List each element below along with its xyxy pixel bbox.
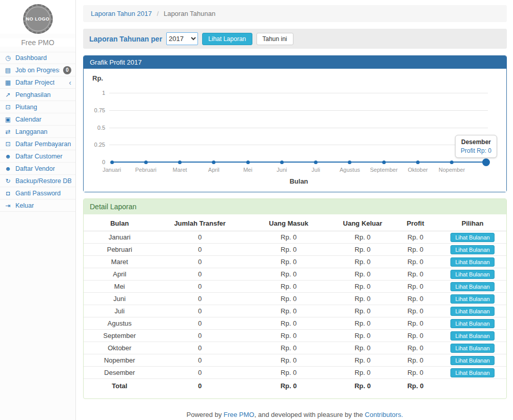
detail-report-panel: Detail Laporan BulanJumlah TransferUang … <box>83 198 507 399</box>
view-month-button-oktober[interactable]: Lihat Bulanan <box>450 344 494 353</box>
sidebar-item-piutang[interactable]: ⊡Piutang <box>0 101 75 113</box>
sidebar-item-label: Langganan <box>15 128 48 135</box>
view-month-button-desember[interactable]: Lihat Bulanan <box>450 368 494 377</box>
table-row-agustus: Agustus0Rp. 0Rp. 0Rp. 0Lihat Bulanan <box>84 317 506 330</box>
view-report-button[interactable]: Lihat Laporan <box>202 33 252 45</box>
y-tick-label: 0.25 <box>84 142 105 148</box>
view-month-button-mei[interactable]: Lihat Bulanan <box>450 282 494 291</box>
profit-line <box>452 162 486 163</box>
calendar-icon: ▣ <box>4 116 12 123</box>
sidebar-item-daftar-customer[interactable]: ☻Daftar Customer <box>0 150 75 163</box>
view-month-button-januari[interactable]: Lihat Bulanan <box>450 233 494 242</box>
sidebar-item-penghasilan[interactable]: ↗Penghasilan <box>0 89 75 101</box>
table-cell: Rp. 0 <box>392 367 439 379</box>
profit-line <box>418 162 451 163</box>
sidebar-item-daftar-project[interactable]: ▦Daftar Project‹ <box>0 76 75 89</box>
brand-name: Free PMO <box>0 38 75 47</box>
view-month-button-juni[interactable]: Lihat Bulanan <box>450 294 494 304</box>
table-cell: April <box>84 268 155 281</box>
sidebar-item-daftar-pembayaran[interactable]: ⊡Daftar Pembayaran <box>0 138 75 150</box>
table-cell: 0 <box>155 231 244 244</box>
gridline <box>109 110 488 111</box>
breadcrumb-link-laporan-tahun[interactable]: Laporan Tahun 2017 <box>91 10 152 17</box>
table-cell: Rp. 0 <box>333 354 392 367</box>
footer-link-free-pmo[interactable]: Free PMO <box>224 411 254 418</box>
table-cell: 0 <box>155 256 244 268</box>
view-month-button-agustus[interactable]: Lihat Bulanan <box>450 319 494 328</box>
data-point-pebruari[interactable] <box>144 161 148 164</box>
sidebar-item-ganti-password[interactable]: ◘Ganti Password <box>0 187 75 199</box>
repeat-icon: ⇄ <box>4 128 12 135</box>
table-row-maret: Maret0Rp. 0Rp. 0Rp. 0Lihat Bulanan <box>84 256 506 268</box>
sidebar-item-dashboard[interactable]: ◷Dashboard <box>0 52 75 64</box>
view-month-button-pebruari[interactable]: Lihat Bulanan <box>450 245 494 254</box>
sidebar-item-calendar[interactable]: ▣Calendar <box>0 113 75 126</box>
sidebar-item-job-on-progress[interactable]: ▤Job on Progress0 <box>0 64 75 76</box>
table-cell-action: Lihat Bulanan <box>439 281 506 293</box>
data-point-maret[interactable] <box>178 161 182 164</box>
view-month-button-september[interactable]: Lihat Bulanan <box>450 331 494 341</box>
table-cell: Rp. 0 <box>244 231 333 244</box>
data-point-juli[interactable] <box>314 161 318 164</box>
detail-panel-title: Detail Laporan <box>84 199 506 214</box>
current-year-button[interactable]: Tahun ini <box>256 33 293 45</box>
table-row-pebruari: Pebruari0Rp. 0Rp. 0Rp. 0Lihat Bulanan <box>84 244 506 256</box>
table-row-desember: Desember0Rp. 0Rp. 0Rp. 0Lihat Bulanan <box>84 367 506 379</box>
sidebar-item-backup-restore-db[interactable]: ↻Backup/Restore DB <box>0 175 75 187</box>
tooltip-value: Profit Rp: 0 <box>461 147 491 154</box>
data-point-nopember[interactable] <box>450 161 453 164</box>
sidebar-item-daftar-vendor[interactable]: ☻Daftar Vendor <box>0 163 75 175</box>
breadcrumb-current: Laporan Tahunan <box>164 10 215 17</box>
table-cell-action: Lihat Bulanan <box>439 244 506 256</box>
profit-line <box>384 162 418 163</box>
data-point-mei[interactable] <box>246 161 250 164</box>
table-cell: Rp. 0 <box>244 293 333 305</box>
table-cell: Rp. 0 <box>333 305 392 317</box>
total-cell: Total <box>84 379 155 391</box>
table-cell-action: Lihat Bulanan <box>439 256 506 268</box>
column-header-uang-masuk: Uang Masuk <box>244 215 333 231</box>
sidebar-item-label: Daftar Project <box>15 79 54 86</box>
sidebar: NO LOGO Free PMO ◷Dashboard▤Job on Progr… <box>0 0 76 420</box>
y-tick-label: 0 <box>84 159 105 165</box>
data-point-oktober[interactable] <box>416 161 420 164</box>
profit-line <box>146 162 180 163</box>
profit-line-chart: Rp. Desember Profit Rp: 0 00.250.50.751J… <box>84 69 506 192</box>
data-point-januari[interactable] <box>110 161 114 164</box>
data-point-agustus[interactable] <box>348 161 351 164</box>
y-tick-label: 0.75 <box>84 107 105 113</box>
detail-panel-body: BulanJumlah TransferUang MasukUang Kelua… <box>84 214 506 398</box>
data-point-juni[interactable] <box>280 161 284 164</box>
data-point-desember[interactable] <box>482 158 490 166</box>
lock-icon: ◘ <box>4 190 12 197</box>
table-cell: Rp. 0 <box>333 342 392 354</box>
view-month-button-maret[interactable]: Lihat Bulanan <box>450 257 494 267</box>
table-cell: Rp. 0 <box>333 268 392 281</box>
sidebar-item-langganan[interactable]: ⇄Langganan <box>0 126 75 138</box>
view-month-button-nopember[interactable]: Lihat Bulanan <box>450 356 494 365</box>
data-point-april[interactable] <box>212 161 215 164</box>
table-cell: 0 <box>155 244 244 256</box>
dashboard-icon: ◷ <box>4 54 12 62</box>
total-cell: Rp. 0 <box>392 379 439 391</box>
sidebar-item-label: Dashboard <box>15 54 47 62</box>
profit-line <box>350 162 384 163</box>
breadcrumb: Laporan Tahun 2017 / Laporan Tahunan <box>83 5 507 22</box>
table-cell: Rp. 0 <box>392 354 439 367</box>
profit-line <box>214 162 248 163</box>
view-month-button-juli[interactable]: Lihat Bulanan <box>450 307 494 316</box>
table-cell: Rp. 0 <box>392 293 439 305</box>
data-point-september[interactable] <box>382 161 386 164</box>
table-cell: Rp. 0 <box>392 244 439 256</box>
refresh-icon: ↻ <box>4 177 12 185</box>
year-select[interactable]: 2017 <box>166 32 198 45</box>
profit-line <box>248 162 282 163</box>
footer-link-contributors[interactable]: Contributors. <box>365 411 403 418</box>
table-row-mei: Mei0Rp. 0Rp. 0Rp. 0Lihat Bulanan <box>84 281 506 293</box>
sidebar-item-keluar[interactable]: ⇥Keluar <box>0 199 75 212</box>
table-cell: Rp. 0 <box>244 342 333 354</box>
view-month-button-april[interactable]: Lihat Bulanan <box>450 270 494 279</box>
sidebar-menu: ◷Dashboard▤Job on Progress0▦Daftar Proje… <box>0 52 75 212</box>
table-cell-action: Lihat Bulanan <box>439 367 506 379</box>
column-header-uang-keluar: Uang Keluar <box>333 215 392 231</box>
